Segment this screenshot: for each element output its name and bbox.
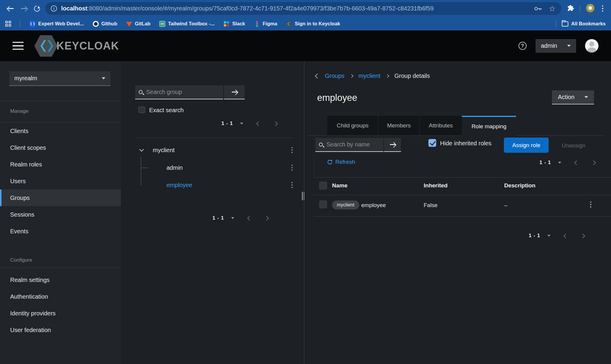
sidebar-item-groups[interactable]: Groups	[0, 189, 121, 206]
previous-page-icon[interactable]	[256, 121, 261, 126]
sidebar-item-user-federation[interactable]: User federation	[0, 322, 121, 338]
sidebar-item-events[interactable]: Events	[0, 223, 121, 240]
breadcrumb: Groups myclient Group details	[316, 73, 430, 79]
tree-expand-chevron-icon[interactable]	[139, 147, 144, 152]
tab-attributes[interactable]: Attributes	[419, 116, 462, 135]
group-search-field[interactable]	[135, 85, 223, 99]
inherited-cell: False	[424, 202, 437, 209]
apps-grid-icon[interactable]	[5, 21, 11, 27]
column-header-inherited[interactable]: Inherited	[424, 182, 448, 189]
bookmarks-divider	[20, 21, 21, 27]
tabs: Child groups Members Attributes Role map…	[308, 116, 605, 136]
browser-reload-button[interactable]	[30, 2, 44, 15]
tree-node-label[interactable]: myclient	[153, 147, 175, 154]
breadcrumb-myclient-link[interactable]: myclient	[359, 73, 380, 79]
exact-search-checkbox[interactable]	[138, 107, 145, 113]
bookmark-expert-web[interactable]: Expert Web Devel...	[30, 21, 84, 27]
row-kebab-menu-icon[interactable]	[588, 201, 594, 208]
address-bar[interactable]: localhost:8080/admin/master/console/#/my…	[45, 2, 561, 15]
browser-forward-button[interactable]	[17, 2, 30, 15]
tab-child-groups[interactable]: Child groups	[327, 116, 378, 135]
row-checkbox[interactable]	[319, 200, 327, 208]
refresh-icon	[327, 159, 333, 165]
roles-pagination-bottom: 1 - 1	[529, 232, 584, 240]
user-menu-dropdown[interactable]: admin	[536, 39, 576, 53]
next-page-icon[interactable]	[591, 160, 596, 165]
sidebar-item-realm-roles[interactable]: Realm roles	[0, 156, 121, 173]
bookmark-gitlab[interactable]: GitLab	[126, 21, 150, 27]
all-bookmarks-label: All Bookmarks	[571, 21, 606, 27]
unassign-button[interactable]: Unassign	[562, 142, 585, 149]
pagination-menu-toggle-icon[interactable]	[558, 162, 561, 164]
previous-page-icon[interactable]	[247, 216, 252, 220]
bookmark-star-icon[interactable]: ☆	[549, 5, 556, 13]
gitlab-favicon	[126, 22, 132, 27]
pagination-menu-toggle-icon[interactable]	[231, 217, 234, 219]
extensions-puzzle-icon[interactable]	[567, 5, 574, 13]
tree-node-employee[interactable]: employee	[121, 178, 295, 192]
tree-node-myclient[interactable]: myclient	[121, 144, 295, 157]
password-key-icon[interactable]	[534, 6, 542, 11]
tab-role-mapping[interactable]: Role mapping	[462, 116, 516, 136]
sidebar-item-sessions[interactable]: Sessions	[0, 206, 121, 223]
role-search-input[interactable]	[326, 141, 380, 148]
role-search-submit-button[interactable]	[384, 138, 401, 152]
exact-search-label: Exact search	[149, 107, 184, 114]
keycloak-brand[interactable]: KEYCLOAK	[34, 35, 119, 57]
pagination-menu-toggle-icon[interactable]	[240, 123, 243, 124]
help-icon[interactable]	[519, 42, 527, 50]
back-arrow-icon	[8, 8, 14, 9]
url-text[interactable]: localhost:8080/admin/master/console/#/my…	[61, 5, 530, 12]
tree-node-label[interactable]: admin	[166, 164, 183, 171]
group-search-input[interactable]	[146, 89, 220, 95]
hide-inherited-roles-checkbox[interactable]	[428, 139, 436, 147]
bookmark-figma[interactable]: Figma	[254, 21, 277, 27]
bookmark-label: Expert Web Devel...	[38, 21, 84, 27]
select-all-checkbox[interactable]	[319, 182, 327, 189]
sidebar-item-client-scopes[interactable]: Client scopes	[0, 139, 121, 156]
sidebar-item-identity-providers[interactable]: Identity providers	[0, 305, 121, 322]
tab-members[interactable]: Members	[378, 116, 419, 135]
tree-node-label-selected[interactable]: employee	[166, 182, 192, 189]
kebab-menu-icon[interactable]	[289, 165, 295, 171]
browser-menu-icon[interactable]	[600, 5, 605, 12]
bookmark-github[interactable]: GIthub	[93, 21, 117, 27]
nav-toggle-hamburger-icon[interactable]	[13, 42, 24, 50]
realm-selector[interactable]: myrealm	[9, 71, 110, 86]
kebab-menu-icon[interactable]	[289, 182, 295, 188]
refresh-button[interactable]: Refresh	[327, 159, 355, 165]
pagination-range: 1 - 1	[539, 160, 551, 166]
column-header-description[interactable]: Description	[504, 182, 536, 189]
breadcrumb-back-icon[interactable]	[315, 73, 320, 78]
bookmark-slack[interactable]: Slack	[223, 21, 245, 27]
tree-divider	[135, 138, 294, 138]
group-details-panel: Groups myclient Group details employee A…	[304, 61, 611, 364]
tree-node-admin[interactable]: admin	[121, 161, 295, 174]
role-search-field[interactable]	[315, 138, 383, 152]
all-bookmarks-button[interactable]: All Bookmarks	[562, 21, 606, 27]
admin-console: myrealm Manage Clients Client scopes Rea…	[0, 61, 611, 364]
group-search-submit-button[interactable]	[224, 85, 245, 99]
action-dropdown-button[interactable]: Action	[552, 90, 594, 104]
next-page-icon[interactable]	[581, 233, 585, 238]
assign-role-button[interactable]: Assign role	[504, 138, 549, 153]
site-info-icon[interactable]	[51, 5, 57, 12]
pagination-menu-toggle-icon[interactable]	[547, 235, 550, 237]
next-page-icon[interactable]	[273, 121, 278, 126]
kebab-menu-icon[interactable]	[289, 147, 295, 153]
breadcrumb-groups-link[interactable]: Groups	[325, 73, 345, 79]
sidebar-item-clients[interactable]: Clients	[0, 123, 121, 139]
next-page-icon[interactable]	[264, 216, 269, 220]
previous-page-icon[interactable]	[574, 160, 579, 165]
sidebar-item-authentication[interactable]: Authentication	[0, 288, 121, 305]
hide-inherited-roles-label: Hide inherited roles	[440, 140, 491, 147]
bookmark-tailwind-toolbox[interactable]: Tailwind Toolbox -...	[159, 21, 215, 27]
bookmark-keycloak-signin[interactable]: Sign in to Keycloak	[286, 21, 340, 27]
sidebar-item-users[interactable]: Users	[0, 173, 121, 189]
previous-page-icon[interactable]	[564, 233, 568, 238]
browser-back-button[interactable]	[4, 2, 17, 15]
browser-profile-avatar[interactable]	[586, 4, 595, 13]
column-header-name[interactable]: Name	[332, 182, 348, 189]
sidebar-item-realm-settings[interactable]: Realm settings	[0, 272, 121, 288]
user-avatar[interactable]	[585, 39, 598, 53]
